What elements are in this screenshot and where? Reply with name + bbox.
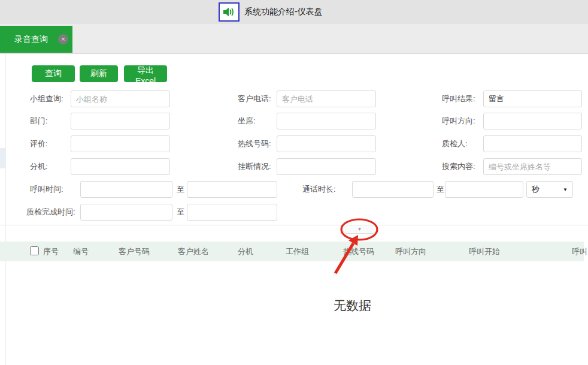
hangup-status-label: 挂断情况: (238, 158, 271, 175)
evaluation-input[interactable] (71, 135, 170, 152)
filter-table-divider (0, 225, 588, 225)
call-time-to-label: 至 (177, 181, 184, 198)
hotline-number-label: 热线号码: (238, 135, 271, 152)
col-header-call-clipped[interactable]: 呼叫 (572, 242, 587, 261)
qc-time-end-input[interactable] (187, 204, 277, 221)
select-all-checkbox[interactable] (30, 246, 39, 255)
close-icon[interactable]: × (58, 34, 68, 44)
call-time-start-input[interactable] (80, 181, 172, 198)
col-header-workgroup[interactable]: 工作组 (286, 242, 309, 261)
tab-recording-query[interactable]: 录音查询 × (0, 26, 72, 53)
call-time-end-input[interactable] (187, 181, 277, 198)
hotline-number-input[interactable] (277, 135, 376, 152)
page-title: 系统功能介绍-仪表盘 (244, 0, 323, 24)
speaker-icon (223, 6, 236, 18)
duration-to-label: 至 (437, 181, 444, 198)
col-header-extension[interactable]: 分机 (238, 242, 253, 261)
group-query-label: 小组查询: (30, 91, 63, 107)
call-result-label: 呼叫结果: (442, 91, 475, 107)
tab-label: 录音查询 (14, 34, 48, 45)
duration-max-input[interactable] (445, 181, 523, 198)
customer-phone-input[interactable] (277, 91, 376, 107)
table-header-row: 序号 编号 客户号码 客户姓名 分机 工作组 热线号码 呼叫方向 呼叫开始 呼叫 (0, 242, 584, 261)
agent-label: 坐席: (238, 113, 256, 129)
extension-input[interactable] (71, 158, 170, 175)
duration-min-input[interactable] (352, 181, 434, 198)
col-header-customer-name[interactable]: 客户姓名 (178, 242, 209, 261)
col-header-customer-no[interactable]: 客户号码 (119, 242, 150, 261)
qc-person-label: 质检人: (442, 135, 468, 152)
col-header-call-start[interactable]: 呼叫开始 (469, 242, 500, 261)
col-header-direction[interactable]: 呼叫方向 (395, 242, 426, 261)
top-bar: 系统功能介绍-仪表盘 (0, 0, 588, 24)
left-rail (0, 54, 6, 365)
department-label: 部门: (30, 113, 48, 129)
qc-time-start-input[interactable] (80, 204, 172, 221)
call-time-label: 呼叫时间: (30, 181, 63, 198)
refresh-button[interactable]: 刷新 (80, 65, 118, 82)
tab-strip: 录音查询 × (0, 24, 588, 54)
col-header-hotline[interactable]: 热线号码 (343, 242, 374, 261)
search-content-label: 搜索内容: (442, 158, 475, 175)
customer-phone-label: 客户电话: (238, 91, 271, 107)
qc-time-label: 质检完成时间: (26, 204, 75, 221)
chevron-down-icon: ▼ (563, 187, 568, 192)
no-data-text: 无数据 (334, 297, 371, 314)
evaluation-label: 评价: (30, 135, 48, 152)
call-result-input[interactable] (483, 91, 582, 107)
group-query-input[interactable] (71, 91, 170, 107)
collapse-filters-toggle[interactable]: ▼ (343, 225, 377, 234)
qc-person-input[interactable] (483, 135, 582, 152)
left-rail-highlight (0, 148, 6, 168)
audio-intro-button[interactable] (219, 2, 240, 22)
col-header-number[interactable]: 编号 (73, 242, 89, 261)
query-button[interactable]: 查询 (32, 65, 75, 82)
department-input[interactable] (71, 113, 170, 129)
extension-label: 分机: (30, 158, 48, 175)
duration-unit-select[interactable]: 秒 ▼ (526, 181, 573, 198)
hangup-status-input[interactable] (277, 158, 376, 175)
col-header-seq[interactable]: 序号 (43, 242, 59, 261)
duration-unit-value: 秒 (532, 184, 539, 195)
qc-time-to-label: 至 (177, 204, 184, 221)
search-content-input[interactable] (483, 158, 582, 175)
duration-label: 通话时长: (302, 181, 336, 198)
chevron-down-icon: ▼ (357, 227, 362, 232)
call-direction-input[interactable] (483, 113, 582, 129)
export-excel-button[interactable]: 导出Excel (124, 65, 167, 82)
recording-query-screen: 系统功能介绍-仪表盘 录音查询 × 查询 刷新 导出Excel 小组查询: 部门… (0, 0, 588, 365)
call-direction-label: 呼叫方向: (442, 113, 475, 129)
agent-input[interactable] (277, 113, 376, 129)
